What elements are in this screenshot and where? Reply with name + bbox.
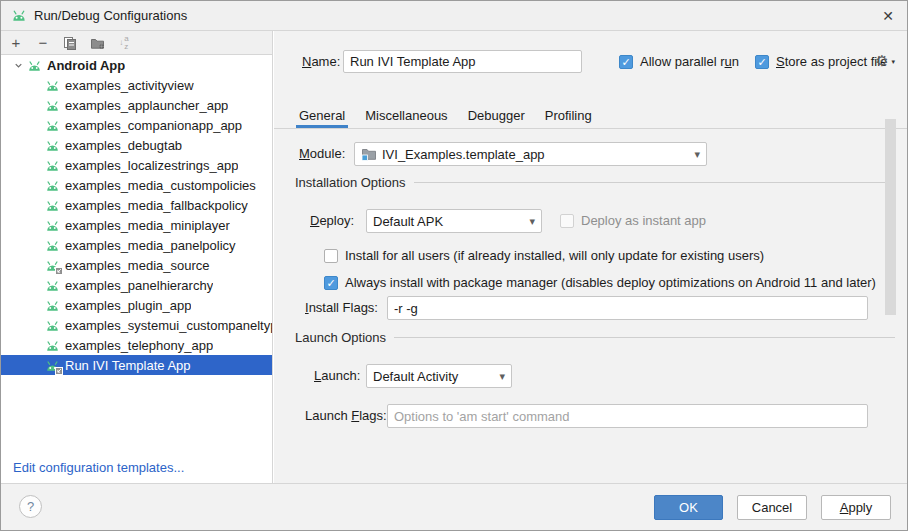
- android-icon: [27, 58, 43, 73]
- tree-item[interactable]: examples_debugtab: [1, 135, 272, 155]
- tree-item[interactable]: Run IVI Template App: [1, 355, 272, 375]
- check-icon[interactable]: ✓: [619, 55, 633, 69]
- always-install-package-manager-checkbox[interactable]: ✓ Always install with package manager (d…: [324, 271, 876, 295]
- install-all-users-label: Install for all users (if already instal…: [345, 244, 764, 268]
- android-icon: [45, 358, 61, 373]
- install-all-users-checkbox[interactable]: Install for all users (if already instal…: [324, 244, 764, 268]
- tree-item[interactable]: examples_telephony_app: [1, 335, 272, 355]
- configurations-tree: Android App examples_activityview exampl…: [1, 55, 272, 407]
- shared-badge-icon: [55, 367, 63, 375]
- store-as-project-file-checkbox[interactable]: ✓ Store as project file: [755, 50, 887, 74]
- combo-arrow-icon: ▾: [499, 371, 505, 382]
- always-install-package-manager-label: Always install with package manager (dis…: [345, 271, 876, 295]
- dialog-footer: ? OK Cancel Apply: [1, 483, 907, 530]
- tree-item[interactable]: examples_media_custompolicies: [1, 175, 272, 195]
- deploy-instant-app-checkbox[interactable]: Deploy as instant app: [560, 209, 706, 233]
- launch-flags-input[interactable]: [387, 404, 868, 428]
- name-label: Name:: [302, 50, 340, 74]
- launch-options-section: Launch Options: [295, 330, 895, 345]
- combo-arrow-icon: ▾: [694, 149, 700, 160]
- configurations-panel: + − ↓az: [1, 31, 273, 483]
- tree-item-label: examples_applauncher_app: [65, 98, 228, 113]
- tree-item[interactable]: examples_activityview: [1, 75, 272, 95]
- apply-button[interactable]: Apply: [821, 495, 891, 520]
- tree-item[interactable]: examples_companionapp_app: [1, 115, 272, 135]
- tab-profiling[interactable]: Profiling: [542, 104, 595, 128]
- close-icon[interactable]: ✕: [875, 4, 901, 28]
- check-icon[interactable]: ✓: [324, 276, 338, 290]
- installation-options-title: Installation Options: [295, 175, 406, 190]
- module-select[interactable]: IVI_Examples.template_app ▾: [354, 142, 707, 166]
- shared-badge-icon: [55, 267, 63, 275]
- dialog-title: Run/Debug Configurations: [34, 1, 187, 30]
- tree-item-label: examples_media_source: [65, 258, 210, 273]
- android-icon: [45, 318, 61, 333]
- help-icon[interactable]: ?: [19, 495, 42, 518]
- title-bar: Run/Debug Configurations ✕: [1, 1, 907, 31]
- android-icon: [45, 118, 61, 133]
- tree-item[interactable]: examples_media_panelpolicy: [1, 235, 272, 255]
- tree-item[interactable]: examples_localizestrings_app: [1, 155, 272, 175]
- android-icon: [45, 158, 61, 173]
- tab-miscellaneous[interactable]: Miscellaneous: [362, 104, 450, 128]
- allow-parallel-run-label: Allow parallel run: [640, 50, 739, 74]
- tab-general[interactable]: General: [296, 104, 348, 128]
- configurations-toolbar: + − ↓az: [1, 31, 272, 55]
- chevron-down-icon[interactable]: [9, 60, 27, 71]
- name-input[interactable]: [343, 50, 582, 73]
- tree-root-label: Android App: [47, 58, 125, 73]
- tree-item[interactable]: examples_media_fallbackpolicy: [1, 195, 272, 215]
- checkbox-unchecked-icon[interactable]: [324, 249, 338, 263]
- combo-arrow-icon: ▾: [529, 216, 535, 227]
- remove-icon[interactable]: −: [35, 35, 51, 51]
- tree-item-label: examples_media_miniplayer: [65, 218, 230, 233]
- vertical-scrollbar[interactable]: [885, 119, 896, 315]
- ok-button[interactable]: OK: [654, 495, 723, 520]
- tree-item-label: examples_activityview: [65, 78, 194, 93]
- android-icon: [45, 298, 61, 313]
- tree-item-label: examples_plugin_app: [65, 298, 191, 313]
- copy-icon[interactable]: [62, 35, 78, 51]
- launch-select[interactable]: Default Activity ▾: [366, 364, 512, 388]
- tree-item[interactable]: examples_systemui_custompaneltype: [1, 315, 272, 335]
- tree-item[interactable]: examples_media_miniplayer: [1, 215, 272, 235]
- tree-item[interactable]: examples_applauncher_app: [1, 95, 272, 115]
- tree-item-label: Run IVI Template App: [65, 358, 191, 373]
- add-icon[interactable]: +: [8, 35, 24, 51]
- module-icon: [361, 147, 377, 161]
- launch-flags-label: Launch Flags:: [305, 404, 387, 428]
- store-settings-gear-button[interactable]: ⚙ ▾: [872, 51, 892, 71]
- android-icon: [11, 8, 27, 24]
- run-debug-configurations-dialog: Run/Debug Configurations ✕ + −: [0, 0, 908, 531]
- configuration-form: Name: ✓ Allow parallel run ✓ Store as pr…: [274, 31, 907, 483]
- tree-item-label: examples_localizestrings_app: [65, 158, 238, 173]
- allow-parallel-run-checkbox[interactable]: ✓ Allow parallel run: [619, 50, 739, 74]
- tree-item[interactable]: examples_media_source: [1, 255, 272, 275]
- new-folder-icon[interactable]: [89, 35, 105, 51]
- check-icon[interactable]: ✓: [755, 55, 769, 69]
- module-value: IVI_Examples.template_app: [382, 147, 545, 162]
- cancel-button[interactable]: Cancel: [737, 495, 807, 520]
- android-icon: [45, 98, 61, 113]
- tree-item-label: examples_companionapp_app: [65, 118, 242, 133]
- edit-configuration-templates-link[interactable]: Edit configuration templates...: [13, 460, 184, 475]
- tree-item-label: examples_panelhierarchy: [65, 278, 213, 293]
- store-as-project-file-label: Store as project file: [776, 50, 887, 74]
- tree-item-label: examples_debugtab: [65, 138, 182, 153]
- checkbox-unchecked-icon: [560, 214, 574, 228]
- launch-value: Default Activity: [373, 369, 458, 384]
- launch-label: Launch:: [314, 364, 360, 388]
- tree-root-android-app[interactable]: Android App: [1, 55, 272, 75]
- sort-az-icon[interactable]: ↓az: [116, 35, 132, 51]
- module-label: Module:: [299, 142, 345, 166]
- android-icon: [45, 178, 61, 193]
- install-flags-input[interactable]: [387, 296, 868, 320]
- tree-item[interactable]: examples_plugin_app: [1, 295, 272, 315]
- android-icon: [45, 218, 61, 233]
- tab-debugger[interactable]: Debugger: [465, 104, 528, 128]
- deploy-instant-app-label: Deploy as instant app: [581, 209, 706, 233]
- deploy-select[interactable]: Default APK ▾: [366, 209, 542, 233]
- tree-item[interactable]: examples_panelhierarchy: [1, 275, 272, 295]
- installation-options-section: Installation Options: [295, 175, 895, 190]
- android-icon: [45, 238, 61, 253]
